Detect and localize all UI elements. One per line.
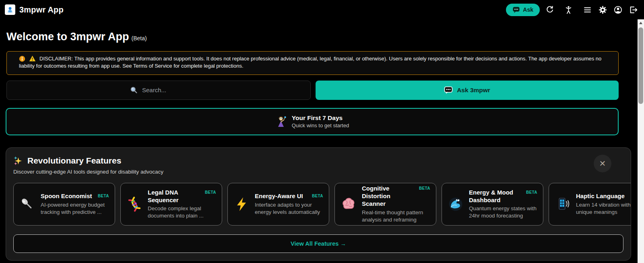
features-subtitle: Discover cutting-edge AI tools designed … [13, 169, 623, 175]
brain-icon [341, 196, 357, 212]
feature-card-icon [341, 196, 357, 212]
feature-card-icon [126, 196, 142, 212]
feature-card-body: Spoon Economist BETA AI-powered energy b… [41, 193, 109, 215]
feature-card-description: Decode complex legal documents into plai… [148, 205, 216, 220]
feature-cards-row: Spoon Economist BETA AI-powered energy b… [13, 183, 623, 226]
feature-card[interactable]: Legal DNA Sequencer BETA Decode complex … [120, 183, 222, 226]
disclaimer-text: DISCLAIMER: This app provides general in… [19, 56, 601, 69]
feature-card[interactable]: Haptic Language BETA Learn 14 vibration … [549, 183, 631, 226]
ask-button[interactable]: Ask [506, 4, 540, 16]
feature-card-icon [19, 196, 35, 212]
first-seven-days-title: Your First 7 Days [292, 114, 349, 122]
search-row: Ask 3mpwr [6, 81, 619, 100]
wave-icon [448, 196, 464, 212]
app-brand: 3mpwr App [5, 4, 64, 15]
feature-card-description: Real-time thought pattern analysis and r… [362, 209, 430, 224]
app-logo [5, 4, 15, 15]
logout-button[interactable] [628, 5, 638, 15]
menu-button[interactable] [582, 5, 592, 15]
search-icon [130, 86, 138, 94]
feature-card-description: AI-powered energy budget tracking with p… [41, 201, 109, 216]
warning-icon [29, 55, 36, 62]
account-icon [614, 6, 622, 14]
feature-card-body: Cognitive Distortion Scanner BETA Real-t… [362, 185, 430, 223]
feature-card-body: Legal DNA Sequencer BETA Decode complex … [148, 189, 216, 220]
search-box[interactable] [6, 81, 311, 100]
close-features-button[interactable]: ✕ [594, 155, 611, 172]
settings-gear-icon [599, 6, 607, 14]
feature-card-badge: BETA [419, 186, 430, 191]
scrollbar-up-arrow-icon[interactable] [639, 22, 642, 24]
menu-icon [583, 6, 592, 14]
feature-card-badge: BETA [205, 190, 216, 195]
revolutionary-features-panel: ✕ Revolutionary Features Discover cuttin… [6, 147, 631, 261]
disclaimer-banner: DISCLAIMER: This app provides general in… [6, 51, 619, 75]
features-header: Revolutionary Features [13, 156, 623, 166]
chat-bubble-icon [512, 6, 520, 13]
feature-card-title: Energy & Mood Dashboard [469, 189, 523, 204]
welcome-title: Welcome to 3mpwr App [6, 31, 129, 43]
feature-card-description: Learn 14 vibration with unique meanings [576, 201, 631, 216]
lightning-icon [233, 196, 250, 212]
feature-card[interactable]: Energy-Aware UI BETA Interface adapts to… [227, 183, 329, 226]
fairy-icon [275, 116, 287, 128]
feature-card-icon [233, 196, 250, 212]
sparkles-icon [13, 156, 23, 166]
top-actions: Ask [506, 4, 638, 16]
search-input[interactable] [141, 86, 187, 94]
feature-card-title: Spoon Economist [41, 193, 92, 200]
feature-card-body: Energy-Aware UI BETA Interface adapts to… [255, 193, 323, 215]
first-seven-days-card[interactable]: Your First 7 Days Quick wins to get star… [6, 108, 619, 135]
spoon-icon [19, 196, 35, 212]
feature-card-body: Haptic Language BETA Learn 14 vibration … [576, 193, 631, 215]
ask-button-label: Ask [523, 6, 533, 13]
feature-card[interactable]: Spoon Economist BETA AI-powered energy b… [13, 183, 115, 226]
feature-card-badge: BETA [526, 190, 537, 195]
feature-card-title: Cognitive Distortion Scanner [362, 185, 416, 207]
refresh-button[interactable] [545, 5, 555, 14]
dna-icon [126, 196, 142, 212]
beta-tag: (Beta) [132, 35, 147, 41]
chat-bubble-icon [444, 86, 453, 94]
first-seven-days-subtitle: Quick wins to get started [292, 122, 349, 128]
feature-card-description: Interface adapts to your energy levels a… [255, 201, 323, 216]
features-title: Revolutionary Features [27, 156, 121, 166]
vibration-phone-icon [555, 196, 571, 212]
feature-card[interactable]: Energy & Mood Dashboard BETA Quantum ene… [442, 183, 543, 226]
feature-card-body: Energy & Mood Dashboard BETA Quantum ene… [469, 189, 537, 220]
feature-card[interactable]: Cognitive Distortion Scanner BETA Real-t… [334, 183, 436, 226]
main-content: Welcome to 3mpwr App(Beta) DISCLAIMER: T… [0, 19, 644, 261]
feature-card-icon [448, 196, 464, 212]
view-all-features-button[interactable]: View All Features → [13, 234, 623, 253]
feature-card-title: Energy-Aware UI [255, 193, 303, 200]
settings-button[interactable] [598, 5, 608, 15]
feature-card-title: Haptic Language [576, 193, 625, 200]
app-title: 3mpwr App [19, 5, 64, 14]
account-button[interactable] [613, 5, 623, 15]
ask-3mpwr-button[interactable]: Ask 3mpwr [316, 81, 619, 100]
first-seven-days-text: Your First 7 Days Quick wins to get star… [292, 114, 349, 128]
accessibility-button[interactable] [564, 5, 574, 15]
scrollbar-thumb[interactable] [638, 27, 643, 104]
info-icon [19, 56, 25, 62]
logo-icon [6, 6, 14, 14]
feature-card-icon [555, 196, 571, 212]
feature-card-badge: BETA [98, 194, 109, 198]
page-title: Welcome to 3mpwr App(Beta) [6, 31, 619, 43]
top-bar: 3mpwr App Ask [0, 0, 644, 19]
accessibility-icon [564, 6, 573, 14]
feature-card-description: Quantum energy states with 24hr mood for… [469, 205, 537, 220]
refresh-icon [546, 6, 554, 14]
feature-card-title: Legal DNA Sequencer [148, 189, 202, 204]
vertical-scrollbar[interactable] [638, 19, 644, 263]
ask-3mpwr-label: Ask 3mpwr [457, 87, 490, 94]
feature-card-badge: BETA [312, 194, 323, 198]
logout-icon [629, 6, 638, 14]
